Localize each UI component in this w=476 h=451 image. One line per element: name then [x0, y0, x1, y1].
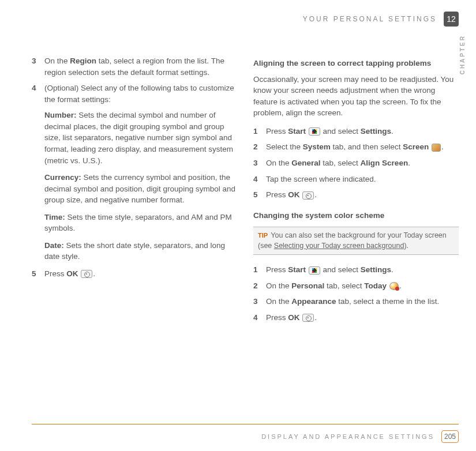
start-flag-icon	[309, 127, 320, 136]
today-icon	[389, 282, 399, 290]
step-number: 1	[253, 126, 266, 137]
step-body: On the Appearance tab, select a theme in…	[266, 296, 459, 307]
bold: Start	[288, 127, 306, 136]
text: Press	[44, 269, 66, 278]
date-definition: Date: Sets the short date style, separat…	[44, 240, 237, 262]
bold: Start	[288, 265, 306, 274]
step-body: Press OK .	[44, 268, 237, 280]
align-step-4: 4 Tap the screen where indicated.	[253, 174, 459, 185]
text: Select the	[266, 142, 303, 151]
bold: Settings	[361, 127, 391, 136]
text: tab, select a theme in the list.	[336, 297, 440, 306]
step-number: 5	[32, 268, 44, 280]
page: YOUR PERSONAL SETTINGS 12 CHAPTER 3 On t…	[0, 0, 476, 451]
bold: General	[291, 159, 320, 167]
text: tab, and then select	[331, 142, 403, 151]
step-number: 4	[253, 312, 266, 324]
step-number: 3	[253, 296, 266, 307]
step-number: 4	[253, 174, 266, 185]
step-3: 3 On the Region tab, select a region fro…	[32, 55, 237, 78]
bold: Personal	[291, 281, 324, 290]
step-number: 3	[32, 55, 44, 78]
step-body: Tap the screen where indicated.	[266, 174, 459, 185]
text: .	[408, 159, 410, 167]
text: .	[441, 142, 444, 151]
tip-link[interactable]: Selecting your Today screen background	[274, 242, 404, 250]
number-definition: Number: Sets the decimal symbol and numb…	[44, 110, 237, 166]
footer-section-title: DISPLAY AND APPEARANCE SETTINGS	[261, 433, 434, 440]
section-heading-align: Aligning the screen to correct tapping p…	[253, 58, 459, 69]
text: .	[399, 281, 402, 290]
text: Sets the time style, separators, and AM …	[44, 213, 232, 233]
chapter-number-badge: 12	[444, 12, 459, 27]
label: Time:	[44, 213, 65, 221]
tip-text: ).	[404, 242, 408, 250]
bold: OK	[66, 269, 78, 278]
step-body: Press OK .	[266, 312, 459, 324]
bold: Align Screen	[361, 159, 408, 167]
ok-button-icon	[302, 314, 314, 322]
step-number: 4	[32, 82, 44, 105]
step-5: 5 Press OK .	[32, 268, 237, 280]
bold: OK	[288, 190, 299, 199]
chapter-vertical-label: CHAPTER	[459, 35, 466, 74]
bold: Today	[364, 281, 387, 290]
screen-icon	[432, 144, 441, 152]
label: Number:	[44, 111, 77, 119]
step-number: 5	[253, 189, 266, 201]
step-number: 1	[253, 264, 266, 276]
tip-label: TIP	[258, 232, 268, 239]
bold: Screen	[403, 142, 429, 151]
step-body: Press Start and select Settings.	[266, 264, 459, 276]
section-paragraph: Occasionally, your screen may need to be…	[253, 74, 459, 119]
step-body: On the General tab, select Align Screen.	[266, 157, 459, 169]
time-definition: Time: Sets the time style, separators, a…	[44, 212, 237, 234]
bold: Appearance	[291, 297, 336, 306]
right-column: Aligning the screen to correct tapping p…	[253, 55, 459, 328]
ok-button-icon	[302, 191, 314, 200]
text: Sets the short date style, separators, a…	[44, 241, 225, 261]
footer-row: DISPLAY AND APPEARANCE SETTINGS 205	[261, 430, 459, 443]
text: Press	[266, 127, 288, 136]
step-body: (Optional) Select any of the following t…	[44, 82, 237, 105]
bold: OK	[288, 313, 299, 322]
step-number: 2	[253, 280, 266, 292]
text: On the	[266, 281, 291, 290]
step-body: Press OK .	[266, 189, 459, 201]
step-body: On the Region tab, select a region from …	[44, 55, 237, 78]
ok-button-icon	[81, 270, 92, 278]
text: On the	[266, 297, 291, 306]
text: .	[314, 190, 317, 199]
color-step-3: 3 On the Appearance tab, select a theme …	[253, 296, 459, 307]
color-step-1: 1 Press Start and select Settings.	[253, 264, 459, 276]
step-4: 4 (Optional) Select any of the following…	[32, 82, 237, 105]
footer-rule	[32, 424, 459, 424]
bold: Region	[70, 57, 96, 65]
text: On the	[266, 159, 291, 167]
step-body: Press Start and select Settings.	[266, 126, 459, 137]
text: Press	[266, 265, 288, 274]
running-header: YOUR PERSONAL SETTINGS	[303, 15, 437, 23]
align-step-2: 2 Select the System tab, and then select…	[253, 141, 459, 153]
color-step-4: 4 Press OK .	[253, 312, 459, 324]
text: tab, select	[324, 281, 364, 290]
text: Press	[266, 313, 288, 322]
text: On the	[44, 57, 70, 65]
align-step-5: 5 Press OK .	[253, 189, 459, 201]
text: tab, select	[321, 159, 361, 167]
two-column-layout: 3 On the Region tab, select a region fro…	[32, 55, 459, 328]
tip-box: TIP You can also set the background for …	[253, 227, 459, 255]
currency-definition: Currency: Sets the currency symbol and p…	[44, 172, 237, 206]
text: .	[391, 127, 393, 136]
bold: System	[303, 142, 331, 151]
text: .	[93, 269, 95, 278]
text: .	[314, 313, 317, 322]
text: and select	[321, 127, 361, 136]
label: Date:	[44, 241, 64, 250]
header-row: YOUR PERSONAL SETTINGS 12	[32, 12, 459, 27]
step-number: 2	[253, 141, 266, 153]
align-step-3: 3 On the General tab, select Align Scree…	[253, 157, 459, 169]
step-body: Select the System tab, and then select S…	[266, 141, 459, 153]
label: Currency:	[44, 173, 81, 182]
step-body: On the Personal tab, select Today .	[266, 280, 459, 292]
